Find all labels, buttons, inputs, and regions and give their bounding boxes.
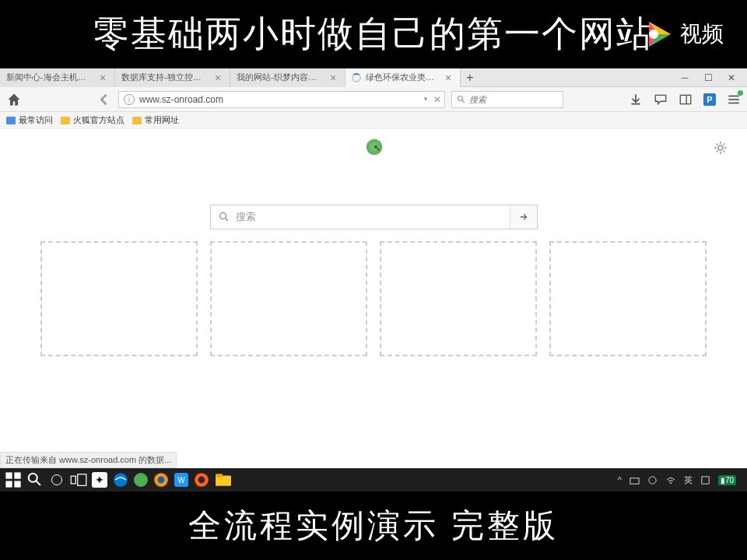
loading-spinner-icon xyxy=(352,73,361,82)
tile-placeholder[interactable] xyxy=(210,241,367,356)
tile-placeholder[interactable] xyxy=(40,241,198,356)
tray-icon[interactable] xyxy=(630,475,640,485)
close-icon[interactable]: ✕ xyxy=(725,72,738,84)
browser-window: 新闻中心-海会主机专业提供虚 × 数据库支持-独立控制面板 × 我的网站-织梦内… xyxy=(0,68,747,468)
toolbar-right-icons: P xyxy=(629,93,741,107)
subtitle-text: 全流程实例演示 完整版 xyxy=(188,504,559,548)
tab-label: 绿色环保农业类网站织梦模 xyxy=(366,72,438,83)
tray-icon[interactable] xyxy=(700,475,710,485)
svg-point-23 xyxy=(198,477,205,484)
bookmarks-bar: 最常访问 火狐官方站点 常用网址 xyxy=(0,112,747,129)
svg-rect-14 xyxy=(14,481,20,487)
minimize-icon[interactable]: ─ xyxy=(679,72,691,84)
gear-icon[interactable] xyxy=(713,140,728,156)
svg-rect-25 xyxy=(216,474,223,477)
browser-search-bar[interactable] xyxy=(451,91,563,108)
menu-icon[interactable] xyxy=(727,93,741,107)
window-controls: ─ ☐ ✕ xyxy=(679,72,747,84)
address-bar[interactable]: i www.sz-onroad.com ▼ ✕ xyxy=(118,91,445,108)
url-text: www.sz-onroad.com xyxy=(139,94,223,105)
svg-point-0 xyxy=(649,30,658,39)
home-icon[interactable] xyxy=(6,92,22,107)
folder-icon xyxy=(132,117,142,124)
bookmark-label: 最常访问 xyxy=(19,114,53,126)
tabs-bar: 新闻中心-海会主机专业提供虚 × 数据库支持-独立控制面板 × 我的网站-织梦内… xyxy=(0,68,747,87)
tab-4-active[interactable]: 绿色环保农业类网站织梦模 × xyxy=(345,68,461,87)
tray-chevron-icon[interactable]: ^ xyxy=(618,475,622,485)
ime-indicator[interactable]: 英 xyxy=(684,474,693,486)
bookmark-firefox[interactable]: 火狐官方站点 xyxy=(61,114,124,126)
close-icon[interactable]: × xyxy=(212,72,223,83)
search-placeholder: 搜索 xyxy=(236,210,256,224)
svg-rect-29 xyxy=(702,476,709,483)
tab-2[interactable]: 数据库支持-独立控制面板 × xyxy=(115,68,230,87)
svg-point-1 xyxy=(458,96,463,100)
windows-taskbar: ✦ W ^ 英 ▮70 xyxy=(0,468,747,492)
svg-rect-13 xyxy=(5,481,12,487)
tab-label: 新闻中心-海会主机专业提供虚 xyxy=(6,72,93,83)
info-icon[interactable]: i xyxy=(124,94,135,105)
app-icon-1[interactable]: ✦ xyxy=(92,472,107,488)
dropdown-icon[interactable]: ▼ xyxy=(423,96,429,103)
tab-3[interactable]: 我的网站-织梦内容管理系统 V5 × xyxy=(230,68,345,87)
back-icon[interactable] xyxy=(96,92,112,107)
svg-rect-18 xyxy=(78,474,86,486)
svg-point-28 xyxy=(670,482,672,484)
taskview-icon[interactable] xyxy=(70,471,87,488)
cortana-icon[interactable] xyxy=(48,471,65,488)
svg-rect-11 xyxy=(5,472,12,478)
tray-icon[interactable] xyxy=(647,475,658,485)
bookmark-most-visited[interactable]: 最常访问 xyxy=(6,114,53,126)
page-content: ↖ 搜索 正在传输来自 www.sz-onroad.com 的数据... xyxy=(0,129,747,468)
explorer-icon[interactable] xyxy=(215,471,232,488)
svg-rect-12 xyxy=(14,472,20,478)
status-bar: 正在传输来自 www.sz-onroad.com 的数据... xyxy=(0,452,177,468)
svg-point-8 xyxy=(718,145,723,150)
new-tab-button[interactable]: + xyxy=(461,71,479,85)
close-icon[interactable]: × xyxy=(328,72,338,83)
cursor-icon: ↖ xyxy=(374,143,381,153)
stop-icon[interactable]: ✕ xyxy=(433,94,441,105)
video-subtitle-overlay: 全流程实例演示 完整版 xyxy=(0,492,747,560)
video-title-overlay-top: 零基础两小时做自己的第一个网站 视频 xyxy=(0,0,747,68)
sidebar-icon[interactable] xyxy=(679,93,693,107)
bookmark-label: 常用网址 xyxy=(145,114,179,126)
edge-icon[interactable] xyxy=(112,471,129,488)
search-input[interactable] xyxy=(469,95,558,104)
wifi-icon[interactable] xyxy=(665,474,676,485)
folder-icon xyxy=(61,117,70,124)
search-icon[interactable] xyxy=(26,471,44,488)
tile-placeholder[interactable] xyxy=(380,241,537,356)
maximize-icon[interactable]: ☐ xyxy=(702,72,714,84)
nav-toolbar: i www.sz-onroad.com ▼ ✕ P xyxy=(0,87,747,112)
tile-placeholder[interactable] xyxy=(549,241,707,356)
svg-point-15 xyxy=(29,474,37,482)
app-icon-3[interactable]: W xyxy=(174,473,188,487)
search-go-button[interactable] xyxy=(510,205,538,229)
app-icon-2[interactable] xyxy=(134,473,148,487)
battery-icon[interactable]: ▮70 xyxy=(718,475,736,485)
svg-rect-17 xyxy=(71,476,75,484)
firefox-icon-2[interactable] xyxy=(193,471,210,488)
system-tray: ^ 英 ▮70 xyxy=(618,474,742,486)
watermark-text: 视频 xyxy=(680,19,724,49)
bookmark-common[interactable]: 常用网址 xyxy=(132,114,179,126)
video-title-text: 零基础两小时做自己的第一个网站 xyxy=(93,10,654,58)
tab-1[interactable]: 新闻中心-海会主机专业提供虚 × xyxy=(0,68,115,87)
newtab-search-box[interactable]: 搜索 xyxy=(210,205,537,229)
svg-line-16 xyxy=(36,481,40,485)
pocket-icon[interactable]: P xyxy=(703,93,716,106)
tab-label: 我的网站-织梦内容管理系统 V5 xyxy=(237,72,323,83)
close-icon[interactable]: × xyxy=(97,72,108,83)
tab-label: 数据库支持-独立控制面板 xyxy=(121,72,208,83)
start-icon[interactable] xyxy=(5,471,22,488)
chat-icon[interactable] xyxy=(654,93,668,107)
svg-point-9 xyxy=(220,213,226,219)
download-icon[interactable] xyxy=(629,93,643,107)
firefox-icon[interactable] xyxy=(153,471,170,488)
svg-point-27 xyxy=(649,476,656,483)
close-icon[interactable]: × xyxy=(443,72,454,83)
notification-badge xyxy=(738,90,743,96)
svg-line-10 xyxy=(226,219,229,222)
top-sites-tiles xyxy=(40,241,707,356)
